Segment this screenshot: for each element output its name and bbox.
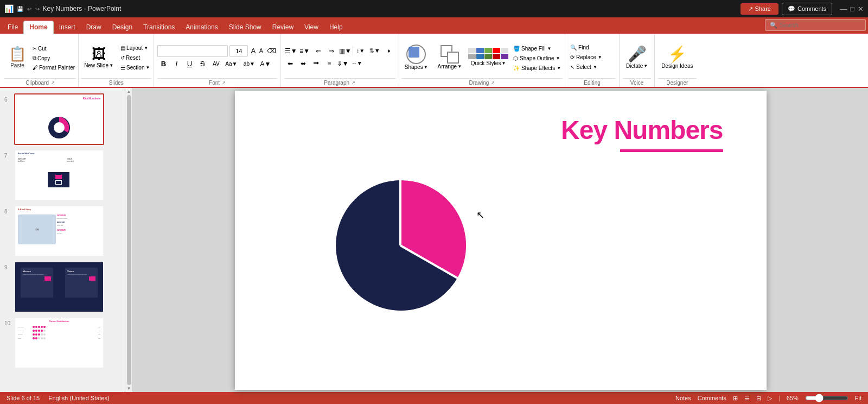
clipboard-expand-icon[interactable]: ↗ [51, 80, 55, 85]
minimize-button[interactable]: — [840, 5, 847, 13]
tab-slideshow[interactable]: Slide Show [224, 21, 267, 34]
status-bar: Slide 6 of 15 English (United States) No… [0, 392, 868, 404]
scroll-up-button[interactable]: ▲ [127, 89, 131, 94]
slide-title: Key Numbers [561, 115, 723, 145]
shapes-button[interactable]: Shapes ▼ [401, 42, 431, 72]
quick-styles-button[interactable]: Quick Styles ▼ [468, 48, 508, 66]
tab-design[interactable]: Design [107, 21, 138, 34]
text-case-button[interactable]: Aa▼ [224, 59, 239, 70]
bold-button[interactable]: B [157, 59, 169, 70]
bullets-button[interactable]: ☰▼ [284, 46, 297, 56]
shape-outline-button[interactable]: ⬡ Shape Outline ▼ [512, 54, 563, 62]
justify-button[interactable]: ≡ [323, 58, 335, 69]
new-slide-button[interactable]: 🖼 New Slide ▼ [81, 43, 117, 71]
comments-button[interactable]: 💬 Comments [782, 3, 832, 15]
text-direction-button[interactable]: ⇓▼ [336, 58, 349, 69]
replace-button[interactable]: ⟳ Replace ▼ [569, 53, 616, 61]
select-button[interactable]: ↖ Select ▼ [569, 63, 616, 71]
shape-fill-button[interactable]: 🪣 Shape Fill ▼ [512, 45, 563, 53]
format-painter-button[interactable]: 🖌 Format Painter [31, 64, 76, 72]
shapes-square-icon [409, 47, 419, 58]
italic-button[interactable]: I [170, 59, 182, 70]
tab-transitions[interactable]: Transitions [138, 21, 180, 34]
slide-num-7: 7 [4, 149, 14, 159]
align-left-button[interactable]: ⬅ [284, 58, 296, 69]
clipboard-group-label: Clipboard ↗ [4, 78, 76, 87]
arrange-button[interactable]: Arrange ▼ [435, 43, 465, 72]
align-right-button[interactable]: ⮕ [310, 58, 322, 69]
scroll-thumb[interactable] [127, 95, 131, 385]
decrease-indent-button[interactable]: ⇐ [312, 46, 324, 56]
cut-button[interactable]: ✂ Cut [31, 45, 76, 53]
notes-button[interactable]: Notes [675, 395, 691, 401]
font-size-input[interactable] [229, 45, 248, 57]
redo-icon[interactable]: ↪ [35, 6, 40, 12]
increase-font-button[interactable]: A [250, 46, 257, 56]
sort-button[interactable]: ⇅▼ [368, 46, 381, 56]
reset-button[interactable]: ↺ Reset [119, 54, 151, 62]
drawing-expand-icon[interactable]: ↗ [491, 80, 495, 85]
view-grid-icon[interactable]: ⊟ [756, 395, 761, 402]
dictate-button[interactable]: 🎤 Dictate ▼ [623, 43, 651, 71]
layout-button[interactable]: ▤ Layout ▼ [119, 44, 151, 52]
ribbon-group-clipboard: 📋 Paste ✂ Cut ⧉ Copy 🖌 Format Painter C [2, 34, 79, 87]
slide-canvas-main[interactable]: Key Numbers ↖ [235, 91, 767, 390]
line-spacing-button[interactable]: ↕▼ [354, 46, 367, 56]
search-bar[interactable]: 🔍 [765, 19, 866, 31]
design-ideas-button[interactable]: ⚡ Design Ideas [658, 43, 696, 71]
search-input[interactable] [780, 22, 861, 28]
font-name-input[interactable] [157, 45, 228, 57]
quick-access-toolbar: 💾 ↩ ↪ [17, 6, 40, 12]
save-icon[interactable]: 💾 [17, 6, 23, 12]
clear-format-button[interactable]: ⌫ [266, 46, 277, 56]
slide-thumb-6[interactable]: 6 Key Numbers [0, 92, 125, 146]
find-button[interactable]: 🔍 Find [569, 43, 616, 52]
smartart-button[interactable]: ♦ [382, 46, 395, 56]
increase-indent-button[interactable]: ⇒ [326, 46, 337, 56]
tab-help[interactable]: Help [324, 21, 348, 34]
zoom-slider[interactable] [805, 394, 848, 402]
shape-effects-button[interactable]: ✨ Shape Effects ▼ [512, 64, 563, 72]
view-outline-icon[interactable]: ☰ [744, 395, 750, 402]
scroll-down-button[interactable]: ▼ [127, 386, 131, 391]
tab-view[interactable]: View [299, 21, 324, 34]
slide-panel-scrollbar[interactable]: ▲ ▼ [125, 88, 132, 392]
tab-insert[interactable]: Insert [54, 21, 81, 34]
numbering-button[interactable]: ≡▼ [298, 46, 311, 56]
strikethrough-button[interactable]: S [196, 59, 208, 70]
view-normal-icon[interactable]: ⊞ [733, 395, 738, 402]
decrease-font-button[interactable]: A [258, 47, 264, 55]
new-slide-arrow: ▼ [109, 63, 113, 68]
tab-file[interactable]: File [2, 21, 23, 34]
fit-button[interactable]: Fit [855, 395, 861, 401]
font-color-button[interactable]: A▼ [258, 59, 273, 70]
shape-fill-icon: 🪣 [513, 46, 520, 52]
slide-thumb-8[interactable]: 8 A Brief Story 🗺 SATURDAY blah blah con… [0, 204, 125, 258]
share-button[interactable]: ↗ Share [741, 3, 778, 15]
undo-icon[interactable]: ↩ [27, 6, 31, 12]
comments-status-button[interactable]: Comments [698, 395, 726, 401]
align-center-button[interactable]: ⬌ [297, 58, 309, 69]
copy-button[interactable]: ⧉ Copy [31, 54, 76, 62]
section-button[interactable]: ☰ Section ▼ [119, 64, 151, 72]
close-button[interactable]: ✕ [858, 5, 864, 13]
slide-thumb-10[interactable]: 10 Patient Satisfaction God Give [0, 316, 125, 370]
zoom-level: 65% [787, 395, 799, 401]
font-expand-icon[interactable]: ↗ [222, 80, 226, 85]
paste-button[interactable]: 📋 Paste [4, 43, 30, 71]
para-expand-icon[interactable]: ↗ [352, 80, 355, 85]
char-spacing-button[interactable]: AV [209, 59, 222, 70]
designer-group-label: Designer [658, 78, 696, 87]
columns-button[interactable]: ▥▼ [339, 46, 352, 56]
slide-thumb-7[interactable]: 7 Areas We Cover MERCURYstuff here VENUS… [0, 148, 125, 202]
slide-thumb-9[interactable]: 9 Mission lorem ipsum text about the mis… [0, 260, 125, 314]
view-reading-icon[interactable]: ▷ [768, 395, 772, 402]
highlight-button[interactable]: ab▼ [241, 59, 257, 70]
underline-button[interactable]: U [183, 59, 195, 70]
text-align-button[interactable]: ↔▼ [350, 58, 363, 69]
maximize-button[interactable]: □ [850, 5, 854, 13]
tab-animations[interactable]: Animations [180, 21, 223, 34]
tab-review[interactable]: Review [267, 21, 299, 34]
tab-draw[interactable]: Draw [81, 21, 107, 34]
tab-home[interactable]: Home [23, 21, 53, 34]
